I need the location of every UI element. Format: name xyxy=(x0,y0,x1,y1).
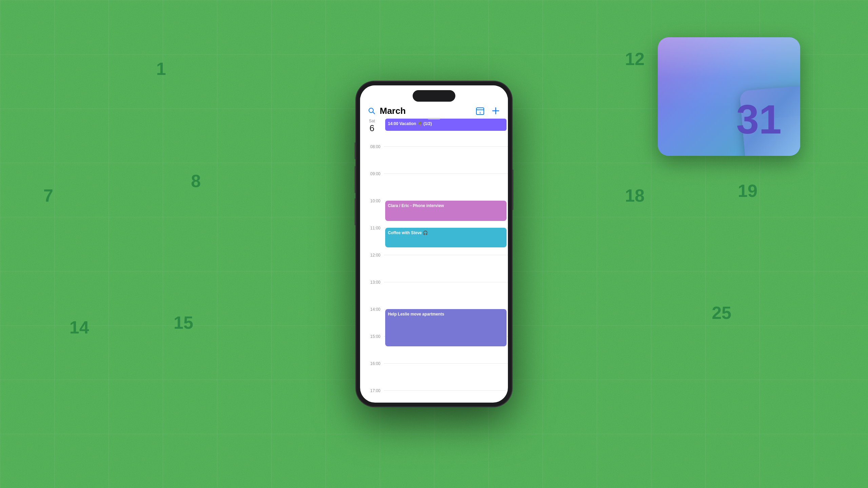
time-label-09: 09:00 xyxy=(360,171,384,176)
volume-down-button xyxy=(355,198,356,225)
time-label-15: 15:00 xyxy=(360,334,384,339)
time-label-13: 13:00 xyxy=(360,280,384,285)
mute-button xyxy=(355,142,356,159)
add-event-button[interactable] xyxy=(490,105,501,116)
date-header-row: Sat 6 14:00 Vacation 🌴 (1/2) xyxy=(360,116,508,140)
today-button[interactable]: 1 xyxy=(475,105,486,116)
svg-line-1 xyxy=(373,112,375,114)
coffee-event[interactable]: Coffee with Steve 🎧 xyxy=(385,228,507,247)
dynamic-island xyxy=(413,90,455,102)
power-button xyxy=(512,169,513,210)
svg-text:1: 1 xyxy=(479,111,481,114)
widget-background: 31 xyxy=(658,37,800,156)
volume-up-button xyxy=(355,166,356,193)
search-button[interactable] xyxy=(367,106,376,116)
time-label-11: 11:00 xyxy=(360,226,384,230)
phone-frame: March 1 xyxy=(356,81,512,407)
leslie-event[interactable]: Help Leslie move apartments xyxy=(385,309,507,346)
day-name: Sat xyxy=(360,119,384,123)
time-label-10: 10:00 xyxy=(360,199,384,203)
calendar-body: Sat 6 14:00 Vacation 🌴 (1/2) 08:00 xyxy=(360,116,508,403)
time-label-17: 17:00 xyxy=(360,388,384,393)
time-grid: 08:00 09:00 10:00 11:00 xyxy=(360,146,508,403)
vacation-event[interactable]: 14:00 Vacation 🌴 (1/2) xyxy=(385,119,507,131)
date-label: Sat 6 xyxy=(360,119,384,133)
calendar-widget[interactable]: 31 xyxy=(658,37,800,156)
drag-indicator xyxy=(428,118,440,119)
time-label-16: 16:00 xyxy=(360,361,384,366)
vacation-event-title: 14:00 Vacation 🌴 (1/2) xyxy=(388,121,432,126)
calendar-title: March xyxy=(376,106,470,116)
day-number: 6 xyxy=(360,123,384,133)
phone-interview-event[interactable]: Clara / Eric - Phone interview xyxy=(385,201,507,221)
time-label-12: 12:00 xyxy=(360,253,384,258)
phone-screen: March 1 xyxy=(360,85,508,403)
widget-date-number: 31 xyxy=(736,99,782,140)
leslie-event-title: Help Leslie move apartments xyxy=(388,312,444,317)
time-label-14: 14:00 xyxy=(360,307,384,312)
events-overlay: Clara / Eric - Phone interview Coffee wi… xyxy=(384,146,508,403)
phone-device: March 1 xyxy=(356,81,512,407)
coffee-event-title: Coffee with Steve 🎧 xyxy=(388,230,428,235)
time-label-08: 08:00 xyxy=(360,144,384,149)
phone-interview-title: Clara / Eric - Phone interview xyxy=(388,203,444,208)
